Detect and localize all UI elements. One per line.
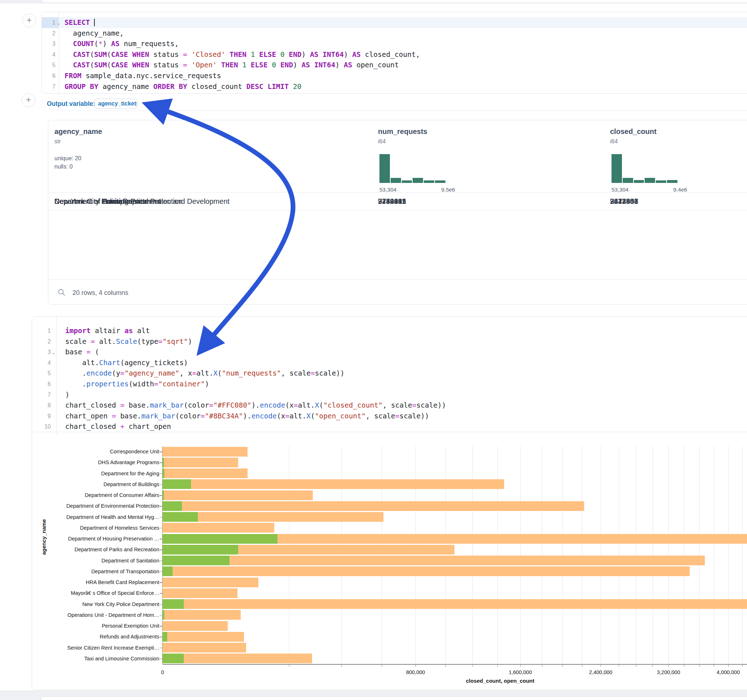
x-axis-tick bbox=[714, 665, 714, 667]
add-cell-button-middle[interactable]: + bbox=[22, 93, 35, 107]
y-axis-tick bbox=[160, 517, 162, 518]
y-axis-label: Department for the Aging bbox=[101, 468, 159, 479]
line-number: 4 bbox=[42, 49, 56, 60]
search-icon[interactable] bbox=[57, 288, 66, 296]
code-line[interactable]: 5 CAST(SUM(CASE WHEN status = 'Open' THE… bbox=[42, 60, 747, 71]
num-requests-histogram bbox=[380, 154, 445, 183]
histogram-bin bbox=[413, 178, 423, 183]
histogram-bin bbox=[611, 154, 622, 183]
gridline bbox=[582, 446, 582, 664]
gridline bbox=[714, 446, 714, 664]
histogram-bin bbox=[435, 180, 445, 183]
code-text: SELECT bbox=[65, 17, 95, 28]
code-line[interactable]: 7) bbox=[32, 389, 747, 400]
add-cell-button-top[interactable]: + bbox=[22, 14, 36, 27]
code-line[interactable]: 4 alt.Chart(agency_tickets) bbox=[32, 358, 747, 368]
code-line[interactable]: 5 .encode(y="agency_name", x=alt.X("num_… bbox=[32, 368, 747, 379]
open-count-bar bbox=[163, 468, 164, 478]
open-count-bar bbox=[163, 545, 238, 555]
line-number: 1 bbox=[37, 326, 51, 336]
open-count-bar bbox=[163, 610, 164, 620]
line-number: 4 bbox=[37, 358, 51, 368]
gridline bbox=[520, 446, 521, 664]
code-line[interactable]: 8chart_closed = base.mark_bar(color="#FF… bbox=[32, 400, 747, 411]
line-number: 7 bbox=[42, 81, 56, 92]
code-line[interactable]: 3 COUNT(*) AS num_requests, bbox=[42, 39, 747, 49]
code-line[interactable]: 1import altair as alt bbox=[32, 326, 747, 336]
closed-count-bar bbox=[163, 468, 248, 478]
y-axis-domain-line bbox=[162, 446, 163, 664]
gridline bbox=[653, 446, 653, 664]
x-axis-tick bbox=[653, 665, 653, 667]
closed-count-bar bbox=[163, 653, 312, 663]
x-axis-tick-label: 4,000,000 bbox=[717, 669, 740, 675]
x-axis-tick bbox=[416, 665, 416, 667]
y-axis-label: Department of Consumer Affairs bbox=[85, 490, 159, 501]
line-number: 5 bbox=[37, 368, 51, 379]
gridline bbox=[497, 446, 497, 664]
line-number: 8 bbox=[37, 400, 51, 411]
x-axis-tick bbox=[341, 665, 342, 667]
code-text: GROUP BY agency_name ORDER BY closed_cou… bbox=[65, 81, 302, 92]
line-number: 2 bbox=[42, 28, 56, 39]
code-text: import altair as alt bbox=[65, 326, 150, 336]
y-axis-tick bbox=[160, 549, 162, 550]
previous-cell-edge bbox=[41, 0, 747, 3]
table-row[interactable]: Department of Environmental Protection22… bbox=[48, 193, 747, 210]
code-line[interactable]: 10chart_closed + chart_open bbox=[32, 421, 747, 432]
x-axis-tick bbox=[668, 665, 669, 667]
table-cell: 2240041 bbox=[378, 197, 406, 205]
closed-count-bar bbox=[163, 479, 504, 489]
gridline bbox=[472, 446, 473, 664]
fold-chevron-icon[interactable]: ⌄ bbox=[56, 18, 61, 29]
closed-count-bar bbox=[163, 566, 690, 576]
code-line[interactable]: 7GROUP BY agency_name ORDER BY closed_co… bbox=[42, 81, 747, 92]
cell-divider bbox=[57, 110, 747, 111]
y-axis-tick bbox=[160, 615, 162, 616]
line-number: 1 bbox=[42, 17, 56, 28]
y-axis-tick bbox=[160, 539, 162, 539]
x-axis-tick bbox=[601, 665, 601, 667]
code-line[interactable]: 3⌄base = ( bbox=[32, 347, 747, 358]
x-axis-tick bbox=[582, 665, 582, 667]
y-axis-label: Department of Housing Preservation … bbox=[68, 533, 159, 544]
code-line[interactable]: 9chart_open = base.mark_bar(color="#8BC3… bbox=[32, 411, 747, 422]
code-output-divider bbox=[32, 432, 747, 432]
code-text: .encode(y="agency_name", x=alt.X("num_re… bbox=[65, 368, 345, 379]
gridline bbox=[289, 446, 289, 664]
open-count-bar bbox=[163, 556, 230, 565]
x-axis-tick bbox=[699, 665, 699, 667]
code-line[interactable]: 1⌄SELECT bbox=[42, 17, 747, 28]
y-axis-tick bbox=[160, 561, 162, 561]
y-axis-tick bbox=[160, 462, 162, 463]
closed-count-bar bbox=[163, 458, 238, 468]
x-axis-tick-label: 800,000 bbox=[406, 669, 425, 675]
code-text: alt.Chart(agency_tickets) bbox=[65, 358, 188, 368]
column-unique-stat: unique: 20 bbox=[54, 155, 82, 162]
line-number: 7 bbox=[37, 389, 51, 400]
python-code-editor[interactable]: 1import altair as alt2scale = alt.Scale(… bbox=[32, 326, 747, 432]
y-axis-label: Department of Sanitation bbox=[101, 555, 159, 566]
code-line[interactable]: 4 CAST(SUM(CASE WHEN status = 'Closed' T… bbox=[42, 49, 747, 60]
fold-chevron-icon[interactable]: ⌄ bbox=[51, 347, 57, 358]
code-line[interactable]: 6FROM sample_data.nyc.service_requests bbox=[42, 71, 747, 81]
gridline bbox=[563, 446, 563, 664]
y-axis-tick bbox=[160, 604, 162, 605]
y-axis-label: Department of Transportation bbox=[91, 566, 159, 577]
output-variable-label: Output variable: bbox=[47, 100, 95, 108]
code-text: base = ( bbox=[65, 347, 99, 358]
output-variable-pill[interactable]: agency_tickets bbox=[94, 99, 137, 109]
code-line[interactable]: 2scale = alt.Scale(type="sqrt") bbox=[32, 336, 747, 347]
dataframe-preview: agency_name str unique: 20 nulls: 0 num_… bbox=[48, 120, 747, 305]
code-line[interactable]: 6 .properties(width="container") bbox=[32, 379, 747, 389]
sql-cell[interactable]: 1⌄SELECT 2 agency_name,3 COUNT(*) AS num… bbox=[41, 12, 747, 94]
y-axis-label: Refunds and Adjustments bbox=[100, 631, 159, 642]
y-axis-label: Department of Buildings bbox=[103, 479, 159, 490]
code-text: .properties(width="container") bbox=[65, 379, 209, 389]
code-line[interactable]: 2 agency_name, bbox=[42, 28, 747, 39]
gridline bbox=[619, 446, 619, 664]
y-axis-label: Department of Environmental Protection bbox=[66, 501, 159, 511]
y-axis-label: Operations Unit - Department of Hom… bbox=[67, 609, 159, 620]
sql-code-editor[interactable]: 1⌄SELECT 2 agency_name,3 COUNT(*) AS num… bbox=[42, 17, 747, 92]
footer-divider bbox=[48, 279, 747, 280]
